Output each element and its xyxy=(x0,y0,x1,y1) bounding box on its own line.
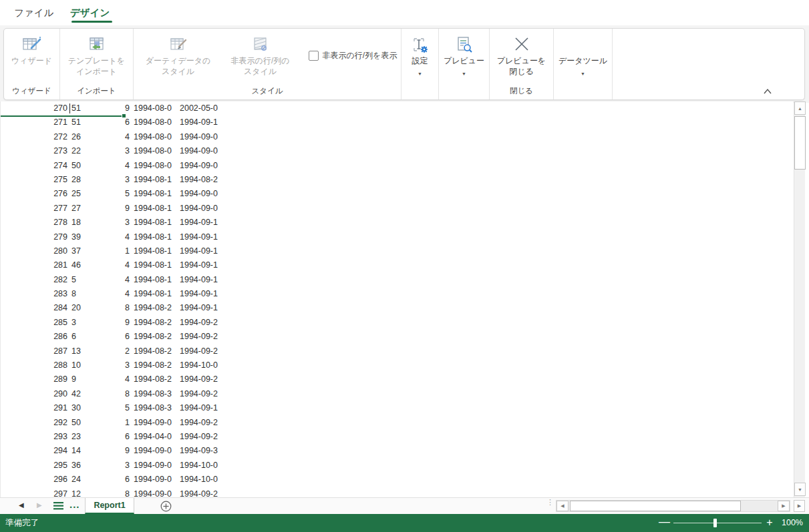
cell-value-2[interactable]: 2 xyxy=(98,344,130,358)
cell-date-2[interactable]: 1994-09-1 xyxy=(180,401,218,415)
cell-date-1[interactable]: 1994-09-0 xyxy=(134,459,172,473)
cell-value-1[interactable]: 22 xyxy=(71,144,81,158)
cell-value-2[interactable]: 9 xyxy=(98,316,130,330)
sheet-list-icon[interactable] xyxy=(53,502,63,510)
cell-value-1[interactable]: 6 xyxy=(71,330,76,344)
cell-date-1[interactable]: 1994-08-2 xyxy=(134,372,172,386)
cell-date-1[interactable]: 1994-08-0 xyxy=(134,130,172,144)
cell-date-2[interactable]: 2002-05-0 xyxy=(180,101,218,115)
table-row[interactable]: 281 46 4 1994-08-1 1994-09-1 xyxy=(1,258,793,272)
cell-date-2[interactable]: 1994-09-2 xyxy=(180,416,218,430)
table-row[interactable]: 271 51 6 1994-08-0 1994-09-1 xyxy=(1,115,793,129)
table-row[interactable]: 291 30 5 1994-08-3 1994-09-1 xyxy=(1,401,793,415)
table-row[interactable]: 273 22 3 1994-08-0 1994-09-0 xyxy=(1,144,793,158)
cell-date-1[interactable]: 1994-08-2 xyxy=(134,344,172,358)
cell-row-number[interactable]: 275 xyxy=(1,173,67,187)
cell-value-1[interactable]: 20 xyxy=(71,301,81,315)
fill-handle[interactable] xyxy=(122,113,126,118)
cell-date-2[interactable]: 1994-09-1 xyxy=(180,216,218,230)
cell-row-number[interactable]: 270 xyxy=(1,101,67,115)
table-row[interactable]: 296 24 6 1994-09-0 1994-10-0 xyxy=(1,473,793,487)
cell-value-2[interactable]: 4 xyxy=(98,258,130,272)
cell-value-2[interactable]: 4 xyxy=(98,159,130,173)
cell-row-number[interactable]: 282 xyxy=(1,273,67,287)
cell-date-2[interactable]: 1994-09-1 xyxy=(180,115,218,129)
vertical-scrollbar[interactable]: ▲ ▼ xyxy=(794,101,805,497)
cell-value-1[interactable]: 51 xyxy=(71,115,81,129)
zoom-slider-track[interactable] xyxy=(673,523,762,523)
cell-date-1[interactable]: 1994-08-2 xyxy=(134,358,172,372)
table-row[interactable]: 287 13 2 1994-08-2 1994-09-2 xyxy=(1,344,793,358)
cell-row-number[interactable]: 281 xyxy=(1,258,67,272)
table-row[interactable]: 272 26 4 1994-08-0 1994-09-0 xyxy=(1,130,793,144)
table-row[interactable]: 288 10 3 1994-08-2 1994-10-0 xyxy=(1,358,793,372)
cell-value-1[interactable]: 8 xyxy=(71,287,76,301)
cell-date-1[interactable]: 1994-09-0 xyxy=(134,487,172,497)
table-row[interactable]: 292 50 1 1994-09-0 1994-09-2 xyxy=(1,416,793,430)
cell-date-2[interactable]: 1994-10-0 xyxy=(180,459,218,473)
cell-value-1[interactable]: 39 xyxy=(71,230,81,244)
table-row[interactable]: 284 20 8 1994-08-2 1994-09-1 xyxy=(1,301,793,315)
cell-date-1[interactable]: 1994-08-0 xyxy=(134,115,172,129)
cell-row-number[interactable]: 272 xyxy=(1,130,67,144)
cell-row-number[interactable]: 295 xyxy=(1,459,67,473)
cell-value-1[interactable]: 12 xyxy=(71,487,81,497)
cell-row-number[interactable]: 276 xyxy=(1,187,67,201)
cell-value-2[interactable]: 4 xyxy=(98,372,130,386)
cell-date-1[interactable]: 1994-04-0 xyxy=(134,430,172,444)
cell-date-2[interactable]: 1994-09-2 xyxy=(180,487,218,497)
cell-value-1[interactable]: 23 xyxy=(71,430,81,444)
zoom-out-button[interactable]: — xyxy=(659,514,669,530)
cell-value-1[interactable]: 30 xyxy=(71,401,81,415)
cell-row-number[interactable]: 296 xyxy=(1,473,67,487)
cell-value-2[interactable]: 3 xyxy=(98,173,130,187)
cell-value-2[interactable]: 4 xyxy=(98,287,130,301)
scroll-down-icon[interactable]: ▼ xyxy=(794,483,806,496)
cell-date-1[interactable]: 1994-08-3 xyxy=(134,401,172,415)
zoom-slider-thumb[interactable] xyxy=(713,519,717,527)
cell-row-number[interactable]: 279 xyxy=(1,230,67,244)
table-row[interactable]: 290 42 8 1994-08-3 1994-09-2 xyxy=(1,387,793,401)
cell-date-1[interactable]: 1994-08-1 xyxy=(134,244,172,258)
table-row[interactable]: 286 6 6 1994-08-2 1994-09-2 xyxy=(1,330,793,344)
table-row[interactable]: 293 23 6 1994-04-0 1994-09-2 xyxy=(1,430,793,444)
cell-row-number[interactable]: 285 xyxy=(1,316,67,330)
cell-value-2[interactable]: 3 xyxy=(98,459,130,473)
cell-value-1[interactable]: 10 xyxy=(71,358,81,372)
cell-value-1[interactable]: 51 xyxy=(71,101,81,115)
table-row[interactable]: 274 50 4 1994-08-0 1994-09-0 xyxy=(1,159,793,173)
zoom-in-button[interactable]: + xyxy=(764,514,775,531)
cell-date-1[interactable]: 1994-08-1 xyxy=(134,230,172,244)
cell-date-2[interactable]: 1994-09-1 xyxy=(180,244,218,258)
cell-row-number[interactable]: 280 xyxy=(1,244,67,258)
table-row[interactable]: 278 18 3 1994-08-1 1994-09-1 xyxy=(1,216,793,230)
cell-date-1[interactable]: 1994-08-1 xyxy=(134,173,172,187)
cell-date-1[interactable]: 1994-08-1 xyxy=(134,216,172,230)
cell-value-1[interactable]: 36 xyxy=(71,459,81,473)
cell-value-2[interactable]: 4 xyxy=(98,230,130,244)
cell-date-2[interactable]: 1994-09-3 xyxy=(180,444,218,458)
show-hidden-checkbox[interactable] xyxy=(309,51,319,61)
cell-value-2[interactable]: 6 xyxy=(98,330,130,344)
cell-value-1[interactable]: 50 xyxy=(71,159,81,173)
vertical-scrollbar-thumb[interactable] xyxy=(794,116,806,170)
cell-date-2[interactable]: 1994-09-1 xyxy=(180,301,218,315)
cell-value-2[interactable]: 8 xyxy=(98,487,130,497)
cell-row-number[interactable]: 274 xyxy=(1,159,67,173)
cell-value-2[interactable]: 5 xyxy=(98,187,130,201)
tab-design[interactable]: デザイン xyxy=(70,7,110,19)
cell-row-number[interactable]: 290 xyxy=(1,387,67,401)
horizontal-scrollbar-thumb[interactable] xyxy=(570,501,741,511)
cell-date-1[interactable]: 1994-08-1 xyxy=(134,187,172,201)
cell-date-2[interactable]: 1994-08-2 xyxy=(180,173,218,187)
datatools-button[interactable]: データツール ▼ xyxy=(558,34,607,99)
tab-scroll-right-icon[interactable]: ▶ xyxy=(794,500,805,512)
cell-date-1[interactable]: 1994-08-1 xyxy=(134,258,172,272)
table-row[interactable]: 279 39 4 1994-08-1 1994-09-1 xyxy=(1,230,793,244)
preview-button[interactable]: プレビュー ▼ xyxy=(444,34,484,99)
settings-button[interactable]: 設定 ▼ xyxy=(412,34,429,99)
table-row[interactable]: 294 14 9 1994-09-0 1994-09-3 xyxy=(1,444,793,458)
cell-value-1[interactable]: 37 xyxy=(71,244,81,258)
cell-row-number[interactable]: 278 xyxy=(1,216,67,230)
cell-value-1[interactable]: 27 xyxy=(71,202,81,216)
